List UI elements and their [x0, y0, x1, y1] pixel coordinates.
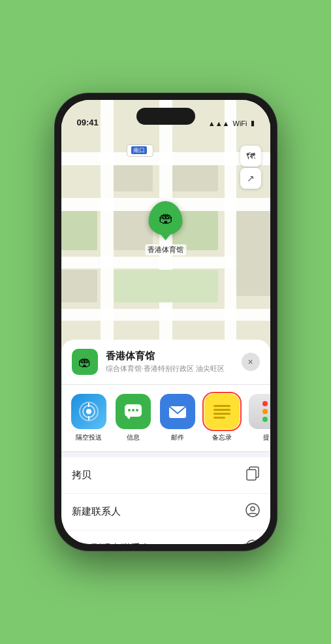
bottom-sheet: 🏟 香港体育馆 综合体育馆·香港特别行政区 油尖旺区 ×	[61, 340, 270, 544]
location-button[interactable]: ↗	[240, 168, 261, 189]
svg-point-24	[132, 409, 134, 411]
location-card: 🏟 香港体育馆 综合体育馆·香港特别行政区 油尖旺区 ×	[61, 340, 270, 385]
airdrop-label: 隔空投送	[76, 433, 102, 442]
svg-rect-28	[247, 470, 256, 480]
svg-rect-13	[114, 270, 218, 302]
svg-point-32	[251, 543, 255, 544]
map-buttons: 🗺 ↗	[240, 146, 261, 189]
action-list: 拷贝 新建联系人	[61, 457, 270, 544]
notes-icon-box	[204, 394, 240, 429]
svg-point-18	[86, 409, 91, 414]
more-icon-box	[249, 394, 270, 429]
svg-rect-9	[172, 165, 218, 191]
stadium-marker[interactable]: 🏟 香港体育馆	[145, 201, 186, 255]
copy-label: 拷贝	[72, 469, 91, 481]
share-mail[interactable]: 邮件	[158, 394, 197, 442]
add-contact-icon	[245, 539, 260, 544]
svg-point-31	[246, 540, 259, 544]
close-button[interactable]: ×	[242, 353, 260, 371]
svg-rect-5	[101, 100, 114, 357]
stadium-pin-icon: 🏟	[159, 210, 173, 227]
svg-rect-10	[61, 211, 97, 250]
share-airdrop[interactable]: 隔空投送	[69, 394, 108, 442]
wifi-icon: WiFi	[233, 120, 247, 127]
action-copy[interactable]: 拷贝	[61, 457, 270, 494]
dynamic-island	[136, 108, 195, 125]
action-add-contact[interactable]: 添加到现有联系人	[61, 530, 270, 544]
location-subtitle: 综合体育馆·香港特别行政区 油尖旺区	[106, 364, 234, 374]
signal-icon: ▲▲▲	[208, 120, 230, 127]
share-notes[interactable]: 备忘录	[202, 394, 242, 442]
battery-icon: ▮	[251, 119, 255, 127]
share-row: 隔空投送 信息	[61, 385, 270, 452]
status-icons: ▲▲▲ WiFi ▮	[208, 119, 255, 129]
new-contact-icon	[245, 503, 260, 521]
status-time: 09:41	[77, 118, 99, 129]
phone-frame: 09:41 ▲▲▲ WiFi ▮	[55, 93, 277, 551]
map-area[interactable]: 南口 🗺 ↗ 🏟 香港体育馆	[61, 100, 270, 357]
svg-point-23	[128, 409, 131, 411]
svg-point-25	[136, 409, 138, 411]
message-label: 信息	[127, 433, 140, 442]
more-label: 提	[263, 433, 270, 442]
message-icon-box	[116, 394, 151, 429]
add-contact-label: 添加到现有联系人	[72, 542, 150, 544]
svg-rect-15	[236, 211, 270, 296]
mail-icon-box	[160, 394, 195, 429]
svg-point-30	[251, 507, 255, 511]
location-venue-icon: 🏟	[72, 349, 98, 375]
svg-rect-8	[114, 165, 153, 191]
share-more[interactable]: 提	[247, 394, 270, 442]
map-view-button[interactable]: 🗺	[240, 146, 261, 167]
mail-label: 邮件	[171, 433, 184, 442]
location-info: 香港体育馆 综合体育馆·香港特别行政区 油尖旺区	[106, 350, 234, 374]
location-name: 香港体育馆	[106, 350, 234, 362]
marker-label: 香港体育馆	[145, 244, 186, 255]
map-label: 南口	[127, 144, 153, 157]
new-contact-label: 新建联系人	[72, 506, 121, 518]
notes-label: 备忘录	[212, 433, 232, 442]
svg-rect-7	[225, 100, 236, 357]
share-message[interactable]: 信息	[114, 394, 153, 442]
svg-rect-14	[61, 270, 97, 302]
copy-icon	[245, 466, 260, 484]
marker-pin: 🏟	[149, 201, 183, 235]
phone-screen: 09:41 ▲▲▲ WiFi ▮	[61, 100, 270, 544]
action-new-contact[interactable]: 新建联系人	[61, 494, 270, 530]
airdrop-icon-box	[71, 394, 106, 429]
